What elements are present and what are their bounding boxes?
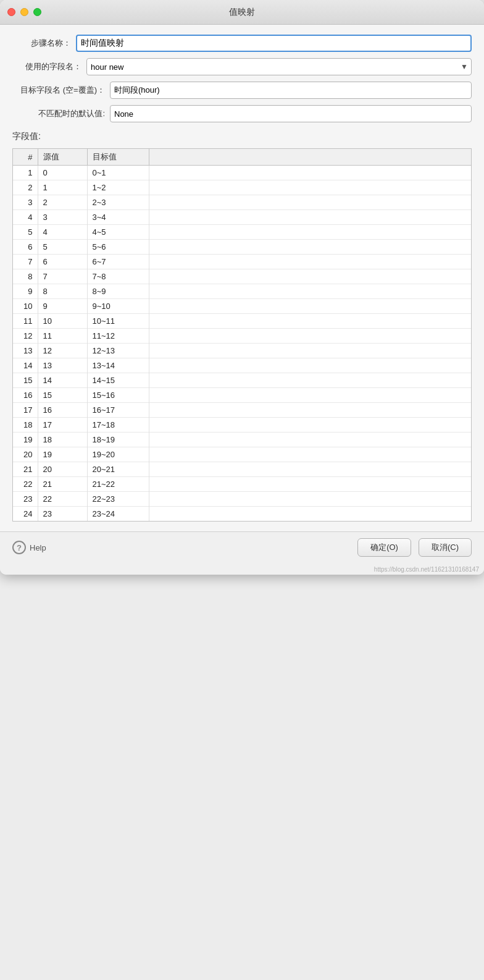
table-row[interactable]: 7 6 6~7 [13, 255, 471, 269]
cell-source: 15 [38, 388, 87, 403]
target-field-input[interactable] [110, 82, 472, 99]
cell-target: 0~1 [87, 166, 149, 180]
title-bar: 值映射 [0, 0, 484, 25]
cell-extra [149, 507, 471, 522]
cell-extra [149, 477, 471, 492]
cell-extra [149, 314, 471, 329]
cell-source: 2 [38, 195, 87, 210]
close-button[interactable] [7, 8, 15, 16]
cell-source: 6 [38, 255, 87, 269]
default-value-label: 不匹配时的默认值: [12, 108, 105, 119]
help-label[interactable]: Help [30, 543, 46, 552]
field-values-table: # 源值 目标值 1 0 0~1 2 1 1~2 3 2 2~3 [13, 149, 471, 521]
cell-extra [149, 210, 471, 225]
table-row[interactable]: 11 10 10~11 [13, 314, 471, 329]
footer-left: ? Help [12, 541, 46, 554]
cell-extra [149, 492, 471, 507]
cell-target: 9~10 [87, 299, 149, 314]
cell-extra [149, 373, 471, 388]
default-value-row: 不匹配时的默认值: [12, 105, 472, 122]
col-header-source: 源值 [38, 149, 87, 166]
step-name-row: 步骤名称： [12, 35, 472, 52]
cancel-button[interactable]: 取消(C) [419, 538, 472, 557]
table-row[interactable]: 3 2 2~3 [13, 195, 471, 210]
cell-source: 21 [38, 477, 87, 492]
cell-source: 19 [38, 447, 87, 462]
cell-extra [149, 344, 471, 358]
table-row[interactable]: 24 23 23~24 [13, 507, 471, 522]
cell-extra [149, 269, 471, 284]
main-window: 值映射 步骤名称： 使用的字段名： hour new ▼ 目标字段名 (空=覆盖… [0, 0, 484, 575]
cell-source: 8 [38, 284, 87, 299]
cell-num: 10 [13, 299, 38, 314]
target-field-row: 目标字段名 (空=覆盖)： [12, 82, 472, 99]
table-row[interactable]: 19 18 18~19 [13, 433, 471, 447]
table-row[interactable]: 5 4 4~5 [13, 225, 471, 240]
cell-source: 9 [38, 299, 87, 314]
table-row[interactable]: 18 17 17~18 [13, 418, 471, 433]
cell-extra [149, 284, 471, 299]
table-row[interactable]: 1 0 0~1 [13, 166, 471, 180]
table-row[interactable]: 15 14 14~15 [13, 373, 471, 388]
table-row[interactable]: 17 16 16~17 [13, 403, 471, 418]
cell-num: 6 [13, 240, 38, 255]
table-row[interactable]: 9 8 8~9 [13, 284, 471, 299]
table-header-row: # 源值 目标值 [13, 149, 471, 166]
cell-num: 13 [13, 344, 38, 358]
table-row[interactable]: 23 22 22~23 [13, 492, 471, 507]
traffic-lights [7, 8, 41, 16]
footer-url: https://blog.csdn.net/11621310168147 [374, 566, 479, 573]
table-row[interactable]: 22 21 21~22 [13, 477, 471, 492]
maximize-button[interactable] [33, 8, 41, 16]
cell-source: 12 [38, 344, 87, 358]
cell-source: 22 [38, 492, 87, 507]
cell-extra [149, 195, 471, 210]
table-row[interactable]: 20 19 19~20 [13, 447, 471, 462]
footer: ? Help 确定(O) 取消(C) [0, 531, 484, 563]
table-row[interactable]: 21 20 20~21 [13, 462, 471, 477]
cell-target: 16~17 [87, 403, 149, 418]
cell-target: 13~14 [87, 358, 149, 373]
cell-target: 10~11 [87, 314, 149, 329]
field-name-select[interactable]: hour new [86, 58, 472, 75]
cell-source: 13 [38, 358, 87, 373]
cell-target: 2~3 [87, 195, 149, 210]
help-icon[interactable]: ? [12, 541, 26, 554]
table-row[interactable]: 13 12 12~13 [13, 344, 471, 358]
cell-source: 7 [38, 269, 87, 284]
minimize-button[interactable] [20, 8, 28, 16]
cell-target: 17~18 [87, 418, 149, 433]
cell-num: 22 [13, 477, 38, 492]
table-row[interactable]: 4 3 3~4 [13, 210, 471, 225]
cell-extra [149, 403, 471, 418]
default-value-input[interactable] [110, 105, 472, 122]
table-row[interactable]: 12 11 11~12 [13, 329, 471, 344]
cell-num: 14 [13, 358, 38, 373]
table-row[interactable]: 14 13 13~14 [13, 358, 471, 373]
table-row[interactable]: 16 15 15~16 [13, 388, 471, 403]
cell-source: 11 [38, 329, 87, 344]
confirm-button[interactable]: 确定(O) [357, 538, 411, 557]
cell-source: 5 [38, 240, 87, 255]
cell-num: 17 [13, 403, 38, 418]
cell-extra [149, 180, 471, 195]
table-row[interactable]: 10 9 9~10 [13, 299, 471, 314]
field-name-select-wrapper: hour new ▼ [86, 58, 472, 75]
cell-target: 7~8 [87, 269, 149, 284]
cell-target: 22~23 [87, 492, 149, 507]
cell-source: 0 [38, 166, 87, 180]
cell-source: 20 [38, 462, 87, 477]
cell-extra [149, 329, 471, 344]
cell-target: 20~21 [87, 462, 149, 477]
table-row[interactable]: 2 1 1~2 [13, 180, 471, 195]
table-row[interactable]: 6 5 5~6 [13, 240, 471, 255]
step-name-input[interactable] [76, 35, 472, 52]
form-content: 步骤名称： 使用的字段名： hour new ▼ 目标字段名 (空=覆盖)： 不… [0, 25, 484, 531]
cell-extra [149, 418, 471, 433]
cell-num: 1 [13, 166, 38, 180]
cell-num: 2 [13, 180, 38, 195]
cell-target: 8~9 [87, 284, 149, 299]
cell-extra [149, 358, 471, 373]
table-row[interactable]: 8 7 7~8 [13, 269, 471, 284]
cell-extra [149, 166, 471, 180]
